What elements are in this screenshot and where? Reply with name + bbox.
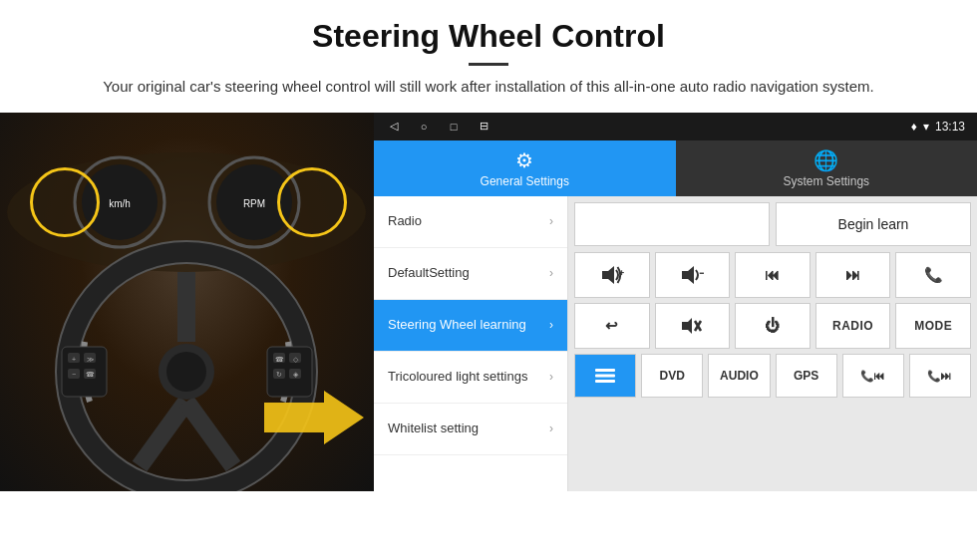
clock: 13:13 xyxy=(935,120,965,134)
svg-text:+: + xyxy=(619,268,624,278)
highlight-circle-right xyxy=(277,167,347,237)
svg-text:km/h: km/h xyxy=(109,198,131,209)
status-bar-nav: ◁ ○ □ ⊟ xyxy=(386,119,491,135)
svg-text:−: − xyxy=(72,371,76,378)
settings-content: Begin learn + xyxy=(568,196,977,491)
chevron-steering: › xyxy=(549,318,553,332)
svg-rect-41 xyxy=(595,374,615,377)
svg-text:RPM: RPM xyxy=(243,198,265,209)
signal-icon: ▾ xyxy=(923,120,929,134)
svg-line-11 xyxy=(140,402,186,466)
car-image-area: km/h RPM xyxy=(0,113,374,491)
chevron-radio: › xyxy=(549,214,553,228)
svg-text:☎: ☎ xyxy=(86,371,95,378)
svg-text:📞: 📞 xyxy=(860,369,874,383)
phone-prev-button[interactable]: 📞 ⏮ xyxy=(842,354,904,398)
settings-menu: Radio › DefaultSetting › Steering Wheel … xyxy=(374,196,568,491)
menu-item-default-setting[interactable]: DefaultSetting › xyxy=(374,248,567,300)
tab-general[interactable]: ⚙ General Settings xyxy=(374,140,676,196)
begin-learn-row: Begin learn xyxy=(574,202,971,246)
tab-general-label: General Settings xyxy=(481,174,569,188)
tab-system[interactable]: 🌐 System Settings xyxy=(676,140,978,196)
recents-icon[interactable]: □ xyxy=(446,119,462,135)
back-call-button[interactable]: ↩ xyxy=(574,303,650,349)
power-button[interactable]: ⏻ xyxy=(735,303,811,349)
mode-button[interactable]: MODE xyxy=(895,303,971,349)
audio-button[interactable]: AUDIO xyxy=(708,354,770,398)
volume-up-button[interactable]: + xyxy=(574,252,650,298)
highlight-circle-left xyxy=(30,167,100,237)
svg-rect-40 xyxy=(595,369,615,372)
chevron-tricoloured: › xyxy=(549,370,553,384)
menu-item-whitelist-label: Whitelist setting xyxy=(388,420,549,437)
phone-next-button[interactable]: 📞 ⏭ xyxy=(909,354,971,398)
svg-point-14 xyxy=(166,352,206,392)
menu-item-tricoloured-label: Tricoloured light settings xyxy=(388,369,549,386)
phone-answer-button[interactable]: 📞 xyxy=(895,252,971,298)
svg-rect-42 xyxy=(595,380,615,383)
dvd-button[interactable]: DVD xyxy=(641,354,703,398)
settings-main: Radio › DefaultSetting › Steering Wheel … xyxy=(374,196,977,491)
svg-text:+: + xyxy=(72,356,76,363)
steering-wheel-bg: km/h RPM xyxy=(0,113,374,491)
gps-button[interactable]: GPS xyxy=(776,354,837,398)
menu-item-steering-wheel[interactable]: Steering Wheel learning › xyxy=(374,300,567,352)
menu-item-steering-label: Steering Wheel learning xyxy=(388,317,549,334)
svg-text:⏭: ⏭ xyxy=(940,370,951,382)
status-bar-right: ♦ ▾ 13:13 xyxy=(911,120,965,134)
control-buttons-row3: DVD AUDIO GPS 📞 ⏮ 📞 ⏭ xyxy=(574,354,971,398)
svg-text:📞: 📞 xyxy=(927,369,941,383)
mute-button[interactable] xyxy=(655,303,731,349)
next-track-button[interactable]: ⏭ xyxy=(815,252,891,298)
status-bar: ◁ ○ □ ⊟ ♦ ▾ 13:13 xyxy=(374,113,977,140)
location-icon: ♦ xyxy=(911,120,917,134)
begin-learn-button[interactable]: Begin learn xyxy=(776,202,971,246)
main-content: km/h RPM xyxy=(0,113,977,491)
radio-button[interactable]: RADIO xyxy=(815,303,891,349)
svg-text:↻: ↻ xyxy=(276,371,282,378)
menu-item-whitelist[interactable]: Whitelist setting › xyxy=(374,404,567,455)
android-device: ◁ ○ □ ⊟ ♦ ▾ 13:13 ⚙ General Settings 🌐 S… xyxy=(374,113,977,491)
title-divider xyxy=(469,63,508,66)
menu-item-radio[interactable]: Radio › xyxy=(374,196,567,248)
control-buttons-row2: ↩ ⏻ RADIO MODE xyxy=(574,303,971,349)
page-header: Steering Wheel Control Your original car… xyxy=(0,0,977,109)
learn-empty-field xyxy=(574,202,770,246)
svg-text:⏮: ⏮ xyxy=(873,370,884,382)
svg-marker-37 xyxy=(682,318,692,334)
page-subtitle: Your original car's steering wheel contr… xyxy=(60,76,917,99)
settings-tabs: ⚙ General Settings 🌐 System Settings xyxy=(374,140,977,196)
home-icon[interactable]: ○ xyxy=(416,119,432,135)
tab-system-label: System Settings xyxy=(783,174,869,188)
svg-line-12 xyxy=(186,402,233,466)
special-function-button[interactable] xyxy=(574,354,636,398)
menu-item-default-label: DefaultSetting xyxy=(388,265,549,282)
chevron-default: › xyxy=(549,266,553,280)
back-icon[interactable]: ◁ xyxy=(386,119,402,135)
system-settings-icon: 🌐 xyxy=(814,148,838,172)
svg-marker-35 xyxy=(682,266,694,284)
page-title: Steering Wheel Control xyxy=(60,18,917,55)
chevron-whitelist: › xyxy=(549,421,553,435)
general-settings-icon: ⚙ xyxy=(515,148,533,172)
svg-text:☎: ☎ xyxy=(275,356,284,363)
menu-item-radio-label: Radio xyxy=(388,213,549,230)
svg-marker-33 xyxy=(602,266,614,284)
menu-icon[interactable]: ⊟ xyxy=(476,119,491,135)
control-buttons-row1: + − ⏮ ⏭ 📞 xyxy=(574,252,971,298)
arrow-indicator xyxy=(264,388,364,451)
prev-track-button[interactable]: ⏮ xyxy=(735,252,811,298)
volume-down-button[interactable]: − xyxy=(655,252,731,298)
menu-item-tricoloured[interactable]: Tricoloured light settings › xyxy=(374,352,567,404)
svg-text:≫: ≫ xyxy=(87,356,94,363)
svg-text:−: − xyxy=(699,266,704,280)
